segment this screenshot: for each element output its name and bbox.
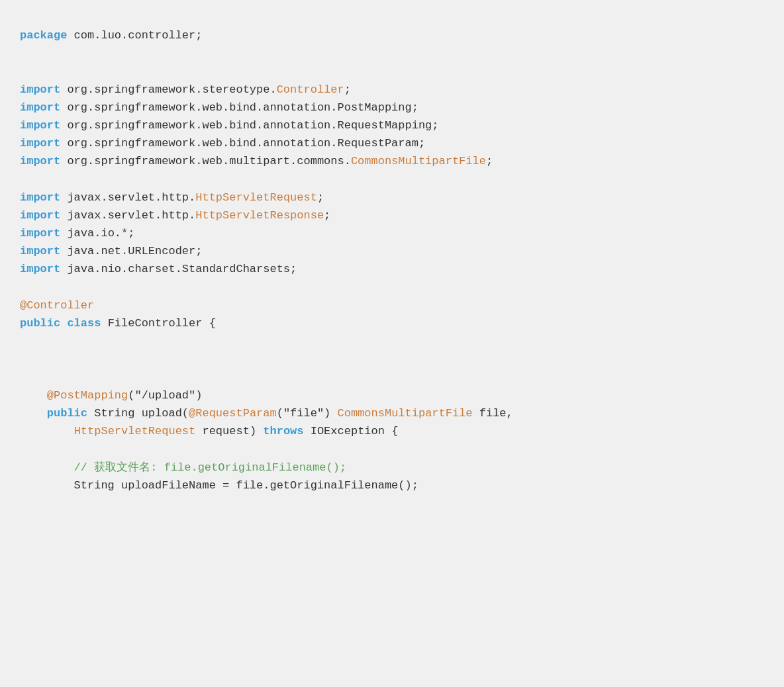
- code-line: [13, 332, 771, 350]
- code-token: import: [20, 101, 60, 114]
- code-line: import org.springframework.web.multipart…: [13, 152, 771, 170]
- code-token: public: [47, 407, 87, 420]
- code-token: ;: [324, 209, 330, 222]
- code-token: org.springframework.web.bind.annotation.…: [60, 137, 425, 150]
- code-line: [13, 350, 771, 368]
- code-token: ;: [344, 83, 351, 96]
- code-token: ("file"): [277, 407, 338, 420]
- code-token: public: [20, 317, 60, 330]
- code-token: import: [20, 227, 60, 240]
- code-line: public class FileController {: [13, 314, 771, 332]
- code-token: java.nio.charset.StandardCharsets;: [60, 263, 297, 275]
- code-token: throws: [263, 425, 303, 437]
- code-line: @PostMapping("/upload"): [13, 387, 771, 404]
- code-line: import java.nio.charset.StandardCharsets…: [13, 260, 771, 278]
- code-line: import java.io.*;: [13, 224, 771, 242]
- code-token: import: [20, 83, 60, 96]
- code-line: [13, 440, 771, 458]
- code-token: request): [195, 425, 263, 437]
- code-token: HttpServletResponse: [195, 209, 324, 222]
- code-token: FileController {: [101, 317, 215, 330]
- code-line: import org.springframework.web.bind.anno…: [13, 99, 771, 116]
- code-token: ;: [317, 191, 324, 204]
- code-token: CommonsMultipartFile: [351, 155, 486, 167]
- code-line: String uploadFileName = file.getOriginal…: [13, 477, 771, 494]
- code-line: @Controller: [13, 297, 771, 314]
- code-line: package com.luo.controller;: [13, 26, 771, 44]
- code-token: class: [67, 317, 101, 330]
- code-token: import: [20, 209, 60, 222]
- code-token: HttpServletRequest: [195, 191, 317, 204]
- code-line: // 获取文件名: file.getOriginalFilename();: [13, 459, 771, 477]
- code-line: [13, 44, 771, 62]
- code-token: import: [20, 263, 60, 275]
- code-token: [20, 461, 74, 474]
- code-token: com.luo.controller;: [67, 29, 202, 42]
- code-token: // 获取文件名: file.getOriginalFilename();: [74, 461, 346, 474]
- code-token: @PostMapping: [47, 389, 128, 402]
- code-token: IOException {: [304, 425, 399, 437]
- code-line: import javax.servlet.http.HttpServletRes…: [13, 206, 771, 224]
- code-line: import javax.servlet.http.HttpServletReq…: [13, 189, 771, 206]
- code-token: ;: [486, 155, 493, 167]
- code-token: org.springframework.web.bind.annotation.…: [60, 119, 438, 132]
- code-token: @Controller: [20, 299, 94, 312]
- code-line: import org.springframework.web.bind.anno…: [13, 116, 771, 134]
- code-token: HttpServletRequest: [74, 425, 196, 437]
- code-token: org.springframework.web.bind.annotation.…: [60, 101, 418, 114]
- code-token: [20, 389, 47, 402]
- code-token: javax.servlet.http.: [60, 209, 195, 222]
- code-token: [20, 407, 47, 420]
- code-token: @RequestParam: [189, 407, 277, 420]
- code-line: public String upload(@RequestParam("file…: [13, 404, 771, 422]
- code-token: String uploadFileName = file.getOriginal…: [20, 479, 418, 492]
- code-line: import org.springframework.web.bind.anno…: [13, 134, 771, 152]
- code-token: import: [20, 137, 60, 150]
- code-token: CommonsMultipartFile: [338, 407, 473, 420]
- code-token: import: [20, 191, 60, 204]
- code-token: [60, 317, 67, 330]
- code-line: [13, 62, 771, 80]
- code-token: [20, 425, 74, 437]
- code-token: Controller: [277, 83, 344, 96]
- code-token: java.io.*;: [60, 227, 134, 240]
- code-line: [13, 171, 771, 189]
- code-token: org.springframework.stereotype.: [60, 83, 276, 96]
- code-line: import org.springframework.stereotype.Co…: [13, 81, 771, 99]
- code-line: HttpServletRequest request) throws IOExc…: [13, 422, 771, 440]
- code-line: [13, 279, 771, 297]
- code-line: [13, 369, 771, 387]
- code-token: ("/upload"): [128, 389, 202, 402]
- code-token: javax.servlet.http.: [60, 191, 195, 204]
- code-container: package com.luo.controller; import org.s…: [13, 20, 771, 501]
- code-token: import: [20, 119, 60, 132]
- code-token: file,: [473, 407, 513, 420]
- code-token: package: [20, 29, 67, 42]
- code-token: java.net.URLEncoder;: [60, 245, 202, 257]
- code-line: import java.net.URLEncoder;: [13, 242, 771, 260]
- code-token: String upload(: [87, 407, 189, 420]
- code-token: import: [20, 155, 60, 167]
- code-token: import: [20, 245, 60, 257]
- code-token: org.springframework.web.multipart.common…: [60, 155, 351, 167]
